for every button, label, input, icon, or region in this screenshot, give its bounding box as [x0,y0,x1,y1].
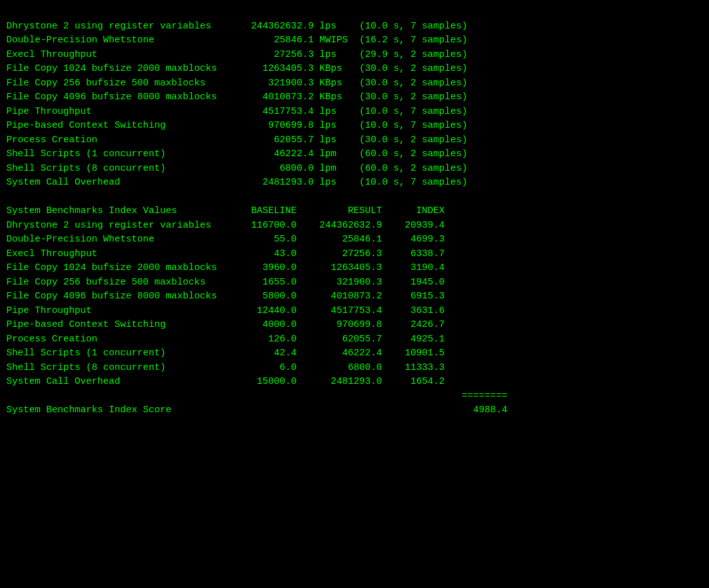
perf-row: Process Creation 62055.7 lps (30.0 s, 2 … [6,133,703,148]
terminal: Dhrystone 2 using register variables 244… [6,5,703,418]
final-score-row: System Benchmarks Index Score 4988.4 [6,403,703,418]
perf-row: Pipe-based Context Switching 970699.8 lp… [6,119,703,133]
index-row: Dhrystone 2 using register variables 116… [6,219,703,233]
index-row: Process Creation 126.0 62055.7 4925.1 [6,333,703,347]
perf-row: File Copy 256 bufsize 500 maxblocks 3219… [6,77,703,91]
perf-row: Double-Precision Whetstone 25846.1 MWIPS… [6,34,703,48]
index-section: System Benchmarks Index Values BASELINE … [6,204,703,389]
perf-row: Shell Scripts (1 concurrent) 46222.4 lpm… [6,147,703,162]
index-row: Shell Scripts (8 concurrent) 6.0 6800.0 … [6,361,703,376]
final-score-section: ========System Benchmarks Index Score 49… [6,389,703,418]
perf-row: System Call Overhead 2481293.0 lps (10.0… [6,176,703,190]
index-row: File Copy 256 bufsize 500 maxblocks 1655… [6,276,703,290]
index-row: Pipe-based Context Switching 4000.0 9706… [6,318,703,333]
index-header: System Benchmarks Index Values BASELINE … [6,204,703,219]
index-row: File Copy 4096 bufsize 8000 maxblocks 58… [6,290,703,304]
equals-line: ======== [6,389,703,404]
performance-results: Dhrystone 2 using register variables 244… [6,20,703,190]
index-row: Execl Throughput 43.0 27256.3 6338.7 [6,247,703,262]
perf-row: Execl Throughput 27256.3 lps (29.9 s, 2 … [6,48,703,63]
index-row: Pipe Throughput 12440.0 4517753.4 3631.6 [6,304,703,319]
index-row: Double-Precision Whetstone 55.0 25846.1 … [6,233,703,247]
index-row: File Copy 1024 bufsize 2000 maxblocks 39… [6,261,703,276]
perf-row: File Copy 1024 bufsize 2000 maxblocks 12… [6,62,703,77]
index-row: Shell Scripts (1 concurrent) 42.4 46222.… [6,346,703,361]
perf-row: Pipe Throughput 4517753.4 lps (10.0 s, 7… [6,105,703,119]
perf-row: File Copy 4096 bufsize 8000 maxblocks 40… [6,90,703,105]
perf-row: Dhrystone 2 using register variables 244… [6,20,703,34]
perf-row: Shell Scripts (8 concurrent) 6800.0 lpm … [6,162,703,176]
index-row: System Call Overhead 15000.0 2481293.0 1… [6,375,703,389]
